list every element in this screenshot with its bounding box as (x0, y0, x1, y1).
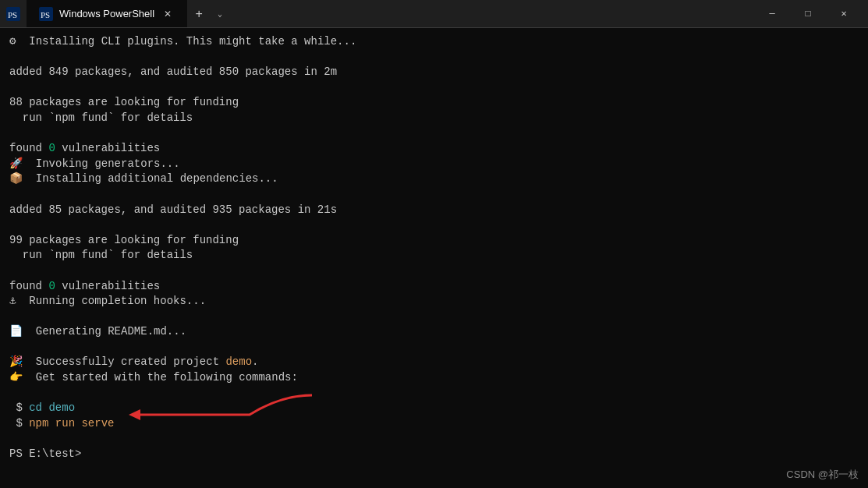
terminal-line: added 849 packages, and audited 850 pack… (9, 65, 859, 80)
tab-icon: PS (39, 7, 53, 21)
terminal-line: 88 packages are looking for funding (9, 95, 859, 111)
tab-dropdown-button[interactable]: ⌄ (211, 2, 229, 26)
tab-container: PS Windows PowerShell ✕ + ⌄ (27, 0, 748, 27)
terminal-line: 99 packages are looking for funding (9, 233, 859, 249)
terminal-line (9, 263, 859, 279)
terminal-line (9, 80, 859, 96)
terminal-line: ⚙ Installing CLI plugins. This might tak… (9, 34, 859, 50)
terminal-line: run `npm fund` for details (9, 111, 859, 126)
minimize-button[interactable]: ─ (754, 0, 790, 28)
terminal-line (9, 126, 859, 142)
terminal-line: 📦 Installing additional dependencies... (9, 172, 859, 187)
npm-serve-line: $ npm run serve (9, 416, 859, 432)
active-tab[interactable]: PS Windows PowerShell ✕ (27, 0, 187, 27)
svg-text:PS: PS (8, 10, 17, 19)
tab-label: Windows PowerShell (59, 8, 154, 19)
maximize-button[interactable]: □ (790, 0, 826, 28)
new-tab-button[interactable]: + (187, 2, 211, 26)
titlebar: PS PS Windows PowerShell ✕ + ⌄ ─ □ ✕ (0, 0, 868, 28)
terminal-line: found 0 vulnerabilities (9, 141, 859, 157)
terminal-output: ⚙ Installing CLI plugins. This might tak… (0, 28, 868, 488)
close-button[interactable]: ✕ (826, 0, 862, 28)
prompt-line: PS E:\test> (9, 447, 859, 462)
watermark: CSDN @祁一枝 (786, 468, 859, 482)
terminal-line: 🎉 Successfully created project demo. (9, 355, 859, 370)
terminal-line (9, 386, 859, 401)
terminal-line (9, 50, 859, 65)
terminal-line: ⚓ Running completion hooks... (9, 294, 859, 309)
terminal-line: run `npm fund` for details (9, 248, 859, 263)
terminal-line: 👉 Get started with the following command… (9, 370, 859, 386)
terminal-line: found 0 vulnerabilities (9, 279, 859, 295)
terminal-line (9, 187, 859, 203)
terminal-line (9, 340, 859, 355)
terminal-line: 📄 Generating README.md... (9, 324, 859, 340)
window-controls: ─ □ ✕ (754, 0, 862, 28)
cd-command-line: $ cd demo (9, 401, 859, 416)
svg-text:PS: PS (41, 10, 50, 19)
gear-icon: ⚙ (9, 35, 16, 48)
terminal-line (9, 217, 859, 233)
terminal-line (9, 431, 859, 447)
terminal-line: added 85 packages, and audited 935 packa… (9, 203, 859, 218)
terminal-line (9, 309, 859, 325)
tab-close-button[interactable]: ✕ (161, 7, 175, 21)
app-icon: PS (6, 7, 20, 21)
terminal-line: 🚀 Invoking generators... (9, 157, 859, 172)
